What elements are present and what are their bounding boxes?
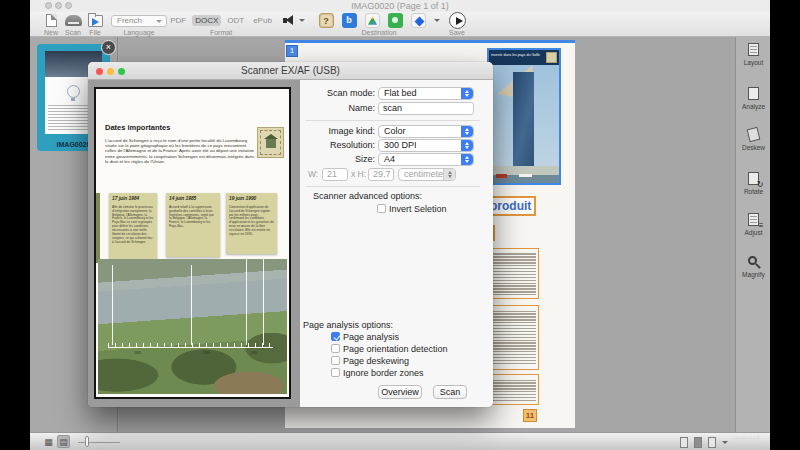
tool-magnify[interactable]: Magnify <box>736 254 771 278</box>
magazine-edge-strip <box>96 193 100 263</box>
scan-button-dialog[interactable]: Scan <box>433 385 467 399</box>
page-deskewing-checkbox[interactable] <box>331 356 340 365</box>
layout-icon <box>746 42 762 58</box>
destination-box-icon[interactable]: b <box>342 13 357 28</box>
deskew-icon <box>746 127 762 143</box>
overview-button[interactable]: Overview <box>378 385 422 399</box>
destination-dropbox-icon[interactable] <box>411 13 426 28</box>
image-kind-label: Image kind: <box>305 125 375 138</box>
layout-options-arrow[interactable] <box>722 441 728 444</box>
resolution-label: Resolution: <box>305 139 375 152</box>
river-photo: 1985 1990 1995 <box>98 259 287 394</box>
width-label: W: <box>308 168 318 181</box>
tool-adjust[interactable]: ≡ Adjust <box>736 212 771 236</box>
invert-selection-checkbox[interactable] <box>377 204 386 213</box>
format-group-label: Format <box>171 29 271 36</box>
orientation-detection-checkbox[interactable] <box>331 344 340 353</box>
destination-group-label: Destination <box>313 29 445 36</box>
timeline-card: 19 juin 1990 Convention d'application de… <box>226 193 277 254</box>
zoom-slider-handle[interactable] <box>85 436 89 447</box>
watermark-text: wsxd <box>733 433 760 445</box>
grid-view-icon[interactable]: ▦ <box>42 435 55 448</box>
language-value: French <box>117 16 142 25</box>
page-number-label: 11 <box>523 409 537 422</box>
dialog-titlebar[interactable]: Scanner EX/AF (USB) <box>88 62 493 80</box>
ocr-heading-region[interactable]: produit <box>486 196 536 216</box>
window-title: IMAG0020 (Page 1 of 1) <box>30 1 770 11</box>
dialog-title: Scanner EX/AF (USB) <box>88 65 493 76</box>
new-label: New <box>39 29 63 36</box>
separator <box>306 120 480 121</box>
height-input[interactable]: 29,7 <box>368 168 394 181</box>
chevron-down-icon <box>156 20 162 23</box>
stamp-illustration <box>257 127 284 158</box>
ignore-border-zones-label: Ignore border zones <box>343 368 424 378</box>
save-play-button[interactable] <box>449 12 466 29</box>
scan-preview-page[interactable]: Dates importantes L'accord de Schengen a… <box>94 87 291 399</box>
format-option-docx[interactable]: DOCX <box>192 15 221 26</box>
height-label: x H: <box>351 168 366 181</box>
red-boat <box>496 174 507 178</box>
name-label: Name: <box>305 102 375 115</box>
status-bar: ▦ ▤ <box>30 432 770 450</box>
thumbnail-close-button[interactable]: × <box>101 40 116 55</box>
page-analysis-checkbox[interactable] <box>331 332 340 341</box>
language-select[interactable]: French <box>111 15 167 27</box>
facing-pages-layout-icon[interactable] <box>708 437 716 448</box>
name-input[interactable]: scan <box>378 102 474 115</box>
scan-preview-pane: Dates importantes L'accord de Schengen a… <box>88 80 300 407</box>
ignore-border-zones-checkbox[interactable] <box>331 368 340 377</box>
language-group-label: Language <box>110 29 168 36</box>
new-document-icon <box>46 14 57 27</box>
format-group: PDF DOCX ODT ePub Format <box>171 13 271 36</box>
continuous-layout-icon[interactable] <box>694 437 702 448</box>
stepper-icon <box>461 140 473 151</box>
destination-google-drive-icon[interactable] <box>365 13 380 28</box>
destination-evernote-icon[interactable] <box>388 13 403 28</box>
page-view-icon[interactable]: ▤ <box>57 435 70 448</box>
photo-region[interactable]: investir dans les pays du Golfe <box>487 48 561 185</box>
file-button[interactable]: File <box>83 13 107 36</box>
separator <box>306 186 480 187</box>
size-label: Size: <box>305 153 375 166</box>
scan-mode-label: Scan mode: <box>305 87 375 100</box>
format-option-odt[interactable]: ODT <box>224 15 247 26</box>
scan-mode-select[interactable]: Flat bed <box>378 87 474 100</box>
scan-label: Scan <box>61 29 85 36</box>
tower-shape <box>513 72 534 172</box>
new-button[interactable]: New <box>39 13 63 36</box>
main-toolbar: New Scan File French Language <box>30 12 770 37</box>
resolution-select[interactable]: 300 DPI <box>378 139 474 152</box>
invert-selection-label: Invert Seletion <box>389 204 447 214</box>
adjust-icon: ≡ <box>746 212 762 228</box>
page-analysis-label: Page analysis <box>343 332 399 342</box>
read-aloud-button[interactable] <box>280 13 308 28</box>
chevron-down-icon <box>299 19 305 22</box>
stepper-icon <box>461 126 473 137</box>
single-page-layout-icon[interactable] <box>680 437 688 448</box>
tool-analyze[interactable]: Analyze <box>736 86 771 110</box>
unit-select[interactable]: centimeter <box>398 168 456 181</box>
stepper-icon <box>443 169 455 180</box>
scanner-dialog: Scanner EX/AF (USB) Dates importantes L'… <box>88 62 493 407</box>
tool-layout[interactable]: Layout <box>736 42 771 66</box>
speaker-icon <box>283 15 296 26</box>
scan-button[interactable]: Scan <box>61 13 85 36</box>
width-input[interactable]: 21 <box>322 168 348 181</box>
language-group: French Language <box>110 13 168 36</box>
format-option-epub[interactable]: ePub <box>250 15 275 26</box>
page-analysis-heading: Page analysis options: <box>303 320 393 330</box>
size-select[interactable]: A4 <box>378 153 474 166</box>
tool-deskew[interactable]: Deskew <box>736 127 771 151</box>
image-kind-select[interactable]: Color <box>378 125 474 138</box>
page-deskewing-label: Page deskewing <box>343 356 409 366</box>
preview-article-title: Dates importantes <box>105 123 170 132</box>
magnify-icon <box>746 254 762 270</box>
format-option-pdf[interactable]: PDF <box>167 15 189 26</box>
advanced-options-heading: Scanner advanced options: <box>313 191 422 201</box>
folder-import-icon <box>88 15 103 27</box>
analyze-icon <box>746 86 762 102</box>
lightbulb-icon <box>67 85 80 98</box>
tool-rotate[interactable]: ↻ Rotate <box>736 171 771 195</box>
destination-text-icon[interactable]: ? <box>319 13 334 28</box>
